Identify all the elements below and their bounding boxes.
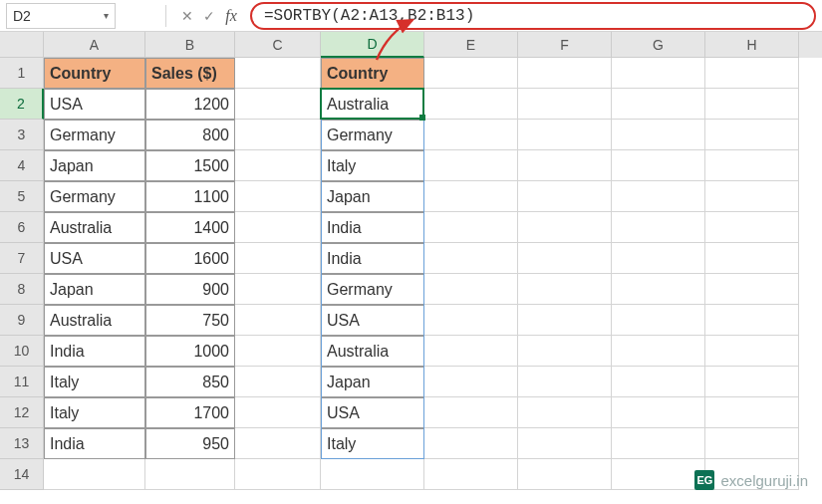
cell-E1[interactable] xyxy=(424,58,518,89)
row-header-8[interactable]: 8 xyxy=(0,274,44,305)
cell-A6[interactable]: Australia xyxy=(44,212,145,243)
column-header-C[interactable]: C xyxy=(235,32,321,58)
cell-E9[interactable] xyxy=(424,305,518,336)
row-header-12[interactable]: 12 xyxy=(0,397,44,428)
cell-C13[interactable] xyxy=(235,428,321,459)
cell-D10[interactable]: Australia xyxy=(321,336,424,367)
cell-E11[interactable] xyxy=(424,367,518,397)
fx-icon[interactable]: fx xyxy=(220,5,242,27)
cell-B7[interactable]: 1600 xyxy=(145,243,235,274)
column-header-H[interactable]: H xyxy=(705,32,799,58)
cell-B10[interactable]: 1000 xyxy=(145,336,235,367)
cell-G6[interactable] xyxy=(612,212,705,243)
cell-H9[interactable] xyxy=(705,305,799,336)
column-header-F[interactable]: F xyxy=(518,32,612,58)
cell-F1[interactable] xyxy=(518,58,612,89)
cell-F3[interactable] xyxy=(518,120,612,150)
accept-formula-icon[interactable]: ✓ xyxy=(198,5,220,27)
cell-B2[interactable]: 1200 xyxy=(145,89,235,120)
cell-C7[interactable] xyxy=(235,243,321,274)
cell-H2[interactable] xyxy=(705,89,799,120)
cell-F7[interactable] xyxy=(518,243,612,274)
formula-input[interactable]: =SORTBY(A2:A13,B2:B13) xyxy=(250,2,816,30)
chevron-down-icon[interactable]: ▾ xyxy=(104,10,109,21)
cell-G14[interactable] xyxy=(612,459,705,490)
cell-D5[interactable]: Japan xyxy=(321,181,424,212)
row-header-9[interactable]: 9 xyxy=(0,305,44,336)
cell-E2[interactable] xyxy=(424,89,518,120)
cell-F6[interactable] xyxy=(518,212,612,243)
cell-F4[interactable] xyxy=(518,150,612,181)
cell-G4[interactable] xyxy=(612,150,705,181)
cell-A9[interactable]: Australia xyxy=(44,305,145,336)
cell-C3[interactable] xyxy=(235,120,321,150)
cell-F9[interactable] xyxy=(518,305,612,336)
cell-A2[interactable]: USA xyxy=(44,89,145,120)
cell-B12[interactable]: 1700 xyxy=(145,397,235,428)
cell-B1[interactable]: Sales ($) xyxy=(145,58,235,89)
cell-E12[interactable] xyxy=(424,397,518,428)
cell-H13[interactable] xyxy=(705,428,799,459)
cell-D4[interactable]: Italy xyxy=(321,150,424,181)
cell-D13[interactable]: Italy xyxy=(321,428,424,459)
cell-C9[interactable] xyxy=(235,305,321,336)
cell-D3[interactable]: Germany xyxy=(321,120,424,150)
cell-C11[interactable] xyxy=(235,367,321,397)
row-header-4[interactable]: 4 xyxy=(0,150,44,181)
cell-C4[interactable] xyxy=(235,150,321,181)
cell-E8[interactable] xyxy=(424,274,518,305)
cell-A12[interactable]: Italy xyxy=(44,397,145,428)
cell-G12[interactable] xyxy=(612,397,705,428)
cell-B5[interactable]: 1100 xyxy=(145,181,235,212)
cell-G13[interactable] xyxy=(612,428,705,459)
cell-G1[interactable] xyxy=(612,58,705,89)
cell-G7[interactable] xyxy=(612,243,705,274)
cell-C12[interactable] xyxy=(235,397,321,428)
cell-C1[interactable] xyxy=(235,58,321,89)
row-header-1[interactable]: 1 xyxy=(0,58,44,89)
cell-B3[interactable]: 800 xyxy=(145,120,235,150)
cell-C8[interactable] xyxy=(235,274,321,305)
cell-B13[interactable]: 950 xyxy=(145,428,235,459)
cell-G9[interactable] xyxy=(612,305,705,336)
cell-C10[interactable] xyxy=(235,336,321,367)
row-header-2[interactable]: 2 xyxy=(0,89,44,120)
row-header-6[interactable]: 6 xyxy=(0,212,44,243)
cell-C6[interactable] xyxy=(235,212,321,243)
row-header-5[interactable]: 5 xyxy=(0,181,44,212)
cell-G3[interactable] xyxy=(612,120,705,150)
select-all-corner[interactable] xyxy=(0,32,44,58)
cell-D11[interactable]: Japan xyxy=(321,367,424,397)
cell-E7[interactable] xyxy=(424,243,518,274)
column-header-B[interactable]: B xyxy=(145,32,235,58)
cell-F5[interactable] xyxy=(518,181,612,212)
cell-D2[interactable]: Australia xyxy=(321,89,424,120)
cell-D8[interactable]: Germany xyxy=(321,274,424,305)
cell-H12[interactable] xyxy=(705,397,799,428)
cell-B8[interactable]: 900 xyxy=(145,274,235,305)
cell-B4[interactable]: 1500 xyxy=(145,150,235,181)
cell-G5[interactable] xyxy=(612,181,705,212)
cell-F14[interactable] xyxy=(518,459,612,490)
cell-A14[interactable] xyxy=(44,459,145,490)
cell-A4[interactable]: Japan xyxy=(44,150,145,181)
cell-A8[interactable]: Japan xyxy=(44,274,145,305)
cell-F2[interactable] xyxy=(518,89,612,120)
cell-D1[interactable]: Country xyxy=(321,58,424,89)
row-header-14[interactable]: 14 xyxy=(0,459,44,490)
name-box[interactable]: D2 ▾ xyxy=(6,3,116,29)
cell-C5[interactable] xyxy=(235,181,321,212)
column-header-G[interactable]: G xyxy=(612,32,705,58)
cell-H4[interactable] xyxy=(705,150,799,181)
cell-G2[interactable] xyxy=(612,89,705,120)
cell-E14[interactable] xyxy=(424,459,518,490)
cell-H11[interactable] xyxy=(705,367,799,397)
cell-B11[interactable]: 850 xyxy=(145,367,235,397)
cell-H1[interactable] xyxy=(705,58,799,89)
cell-F13[interactable] xyxy=(518,428,612,459)
cell-D6[interactable]: India xyxy=(321,212,424,243)
cell-B9[interactable]: 750 xyxy=(145,305,235,336)
cancel-formula-icon[interactable]: ✕ xyxy=(176,5,198,27)
cell-D12[interactable]: USA xyxy=(321,397,424,428)
cell-B6[interactable]: 1400 xyxy=(145,212,235,243)
